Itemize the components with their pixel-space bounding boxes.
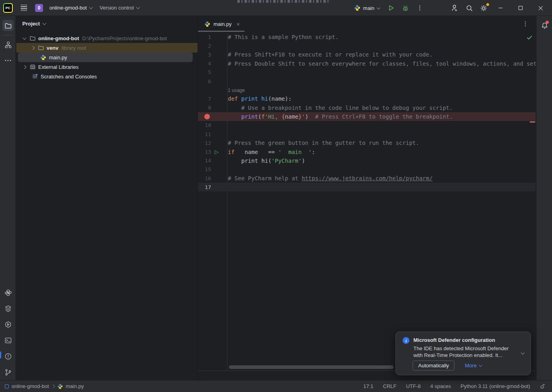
line-number[interactable]: 13 <box>198 149 211 155</box>
run-line-gutter-icon[interactable]: ▷ <box>215 149 219 154</box>
gutter[interactable]: 5 <box>198 68 228 77</box>
gutter[interactable]: 17 <box>198 183 228 191</box>
gutter[interactable]: 3 <box>198 50 228 59</box>
gutter[interactable]: 1 <box>198 33 228 41</box>
gutter[interactable]: 11 <box>198 130 228 138</box>
line-separator-widget[interactable]: CRLF <box>383 383 397 389</box>
project-selector[interactable]: online-gmod-bot <box>49 3 93 12</box>
breakpoint-dot[interactable] <box>204 114 210 119</box>
project-tool-button[interactable] <box>2 20 14 31</box>
indent-widget[interactable]: 4 spaces <box>430 383 451 389</box>
tree-item-main-py[interactable]: main.py <box>16 53 198 62</box>
gutter[interactable]: 7 <box>198 94 228 103</box>
expand-notification-chevron[interactable] <box>521 351 525 355</box>
code-line-14[interactable]: 14 print_hi('PyCharm') <box>198 156 536 165</box>
maximize-button[interactable] <box>511 0 530 16</box>
minimize-button[interactable] <box>491 0 510 16</box>
gutter[interactable] <box>198 112 228 121</box>
code-line-9[interactable]: print(f'Hi, {name}') # Press Ctrl+F8 to … <box>198 112 536 121</box>
gutter[interactable]: 4 <box>198 59 228 68</box>
services-tool-button[interactable] <box>2 303 14 314</box>
line-number[interactable]: 2 <box>198 43 211 49</box>
run-configuration-selector[interactable]: main <box>354 5 380 11</box>
editor-area[interactable]: main.py × 1# This is a sample Python scr… <box>198 16 536 380</box>
git-tool-button[interactable] <box>2 367 14 378</box>
tree-item-external-libraries[interactable]: External Libraries <box>16 62 198 72</box>
line-number[interactable]: 7 <box>198 96 211 102</box>
line-number[interactable]: 3 <box>198 52 211 58</box>
run-button[interactable] <box>385 2 397 14</box>
code-line-3[interactable]: 3# Press Shift+F10 to execute it or repl… <box>198 50 536 59</box>
line-number[interactable]: 1 <box>198 34 211 40</box>
line-number[interactable]: 11 <box>198 131 211 137</box>
usage-inlay-hint[interactable]: 1 usage <box>228 87 536 93</box>
tree-item-venv[interactable]: venv library root <box>16 43 198 53</box>
line-number[interactable]: 14 <box>198 158 211 164</box>
line-number[interactable]: 6 <box>198 78 211 84</box>
breadcrumb-project[interactable]: online-gmod-bot <box>12 383 49 389</box>
more-actions-button[interactable] <box>413 2 426 14</box>
search-everywhere-button[interactable] <box>463 2 476 14</box>
more-button[interactable]: More <box>465 363 482 369</box>
structure-tool-button[interactable] <box>2 39 14 50</box>
code-line-5[interactable]: 5 <box>198 68 536 77</box>
lock-widget[interactable] <box>540 383 546 389</box>
gutter[interactable] <box>198 86 228 94</box>
horizontal-scrollbar[interactable] <box>229 365 393 369</box>
line-number[interactable]: 17 <box>198 184 211 190</box>
terminal-tool-button[interactable] <box>2 335 14 346</box>
code-line-2[interactable]: 2 <box>198 41 536 50</box>
line-number[interactable]: 15 <box>198 166 211 172</box>
notifications-button[interactable] <box>539 20 550 31</box>
python-packages-tool-button[interactable] <box>2 287 14 298</box>
code-line-15[interactable]: 15 <box>198 165 536 174</box>
problems-tool-button[interactable] <box>2 351 14 362</box>
code-line-11[interactable]: 11 <box>198 130 536 138</box>
python-console-tool-button[interactable] <box>2 319 14 330</box>
code-line-6[interactable]: 6 <box>198 77 536 86</box>
code-line-7[interactable]: 7def print_hi(name): <box>198 94 536 103</box>
main-menu-icon[interactable] <box>18 2 29 14</box>
code-with-me-button[interactable] <box>448 2 461 14</box>
tab-main-py[interactable]: main.py × <box>198 16 245 32</box>
caret-position-widget[interactable]: 17:1 <box>363 383 373 389</box>
vcs-widget[interactable]: Version control <box>99 3 140 12</box>
gutter[interactable]: 12 <box>198 138 228 147</box>
code-lines[interactable]: 1# This is a sample Python script.23# Pr… <box>198 33 536 191</box>
automatically-button[interactable]: Automatically <box>413 361 454 371</box>
inlay-hint-row[interactable]: 1 usage <box>198 86 536 94</box>
more-tool-windows-button[interactable] <box>2 55 14 66</box>
line-number[interactable]: 5 <box>198 69 211 75</box>
code-line-1[interactable]: 1# This is a sample Python script. <box>198 33 536 41</box>
line-number[interactable]: 12 <box>198 140 211 146</box>
gutter[interactable]: 16 <box>198 174 228 183</box>
gutter[interactable]: 8 <box>198 103 228 112</box>
line-number[interactable]: 16 <box>198 176 211 181</box>
editor-options-button[interactable] <box>521 19 530 29</box>
gutter[interactable]: 6 <box>198 77 228 86</box>
tab-close-icon[interactable]: × <box>237 21 240 27</box>
code-line-12[interactable]: 12# Press the green button in the gutter… <box>198 138 536 147</box>
interpreter-widget[interactable]: Python 3.11 (online-gmod-bot) <box>460 383 530 389</box>
code-line-13[interactable]: 13▷if __name__ == '__main__': <box>198 147 536 156</box>
code-line-10[interactable]: 10 <box>198 121 536 130</box>
close-button[interactable] <box>531 0 550 16</box>
encoding-widget[interactable]: UTF-8 <box>406 383 421 389</box>
gutter[interactable]: 14 <box>198 156 228 165</box>
code-line-8[interactable]: 8 # Use a breakpoint in the code line be… <box>198 103 536 112</box>
line-number[interactable]: 8 <box>198 105 211 111</box>
tree-item-project-root[interactable]: online-gmod-bot D:\PycharmProjects\onlin… <box>16 33 198 43</box>
gutter[interactable]: 15 <box>198 165 228 174</box>
code-line-4[interactable]: 4# Press Double Shift to search everywhe… <box>198 59 536 68</box>
tree-item-scratches[interactable]: Scratches and Consoles <box>16 72 198 81</box>
code-line-17[interactable]: 17 <box>198 183 536 191</box>
gutter[interactable]: 10 <box>198 121 228 130</box>
breadcrumb-file[interactable]: main.py <box>66 383 84 389</box>
code-line-16[interactable]: 16# See PyCharm help at https://www.jetb… <box>198 174 536 183</box>
debug-button[interactable] <box>399 2 412 14</box>
line-number[interactable]: 10 <box>198 122 211 128</box>
line-number[interactable]: 4 <box>198 60 211 66</box>
project-panel-header[interactable]: Project <box>16 16 198 31</box>
gutter[interactable]: 13▷ <box>198 147 228 156</box>
gutter[interactable]: 2 <box>198 41 228 50</box>
